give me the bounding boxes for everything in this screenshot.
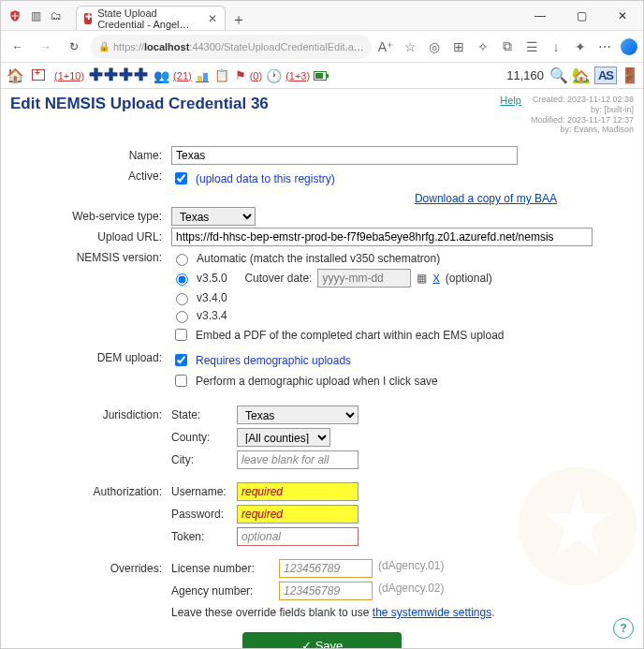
license-label: License number: [171, 559, 279, 575]
agency-input[interactable] [279, 582, 373, 600]
url-field[interactable]: 🔒 https://localhost:44300/StateUploadCre… [91, 35, 372, 59]
label-active: Active: [12, 167, 171, 183]
tracking-icon[interactable]: ◎ [426, 38, 443, 55]
favorite-icon[interactable]: ☆ [402, 38, 418, 55]
plus-icon[interactable]: ✚ [133, 68, 148, 83]
home-tool[interactable]: 🏠 [5, 63, 26, 88]
label-nemsis-version: NEMSIS version: [12, 248, 171, 264]
save-label: Save [315, 639, 344, 648]
page-title: Edit NEMSIS Upload Credential 36 [10, 95, 269, 113]
demo-on-save-label: Perform a demographic upload when I clic… [196, 375, 438, 388]
ver-334-label: v3.3.4 [197, 309, 227, 322]
people-tool[interactable]: 👥 [152, 63, 171, 88]
cutover-date-input[interactable] [317, 269, 411, 288]
close-tab-icon[interactable]: ✕ [208, 12, 217, 25]
flag-tool[interactable]: ⚑ [233, 63, 248, 88]
name-input[interactable] [171, 146, 518, 165]
save-button[interactable]: ✓ Save [242, 632, 402, 648]
meta-modified: Modified: 2023-11-17 12:37 [531, 115, 634, 125]
demo-on-save-checkbox[interactable] [175, 375, 187, 387]
ambulance-tool[interactable] [28, 63, 52, 88]
reader-icon[interactable]: A⁺ [377, 38, 394, 55]
people-badge[interactable]: (21) [173, 70, 192, 81]
puzzle-icon[interactable]: ✦ [572, 38, 589, 55]
help-link[interactable]: Help [500, 95, 521, 106]
active-checkbox[interactable] [175, 172, 187, 184]
city-input[interactable] [237, 450, 359, 469]
as-badge[interactable]: AS [594, 66, 617, 84]
add-buttons: ✚ ✚ ✚ ✚ [86, 63, 150, 88]
active-note: (upload data to this registry) [196, 172, 335, 185]
exit-icon[interactable]: 🚪 [621, 66, 639, 84]
embed-pdf-checkbox[interactable] [175, 329, 187, 341]
copilot-icon[interactable] [621, 38, 637, 55]
token-input[interactable] [237, 527, 359, 546]
username-input[interactable] [237, 482, 359, 501]
clipboard-tool[interactable]: 📋 [212, 63, 231, 88]
ver-350-radio[interactable] [176, 273, 188, 286]
meta-created: Created: 2023-11-12 02:38 [531, 95, 634, 105]
extensions-icon[interactable]: ⊞ [450, 38, 467, 55]
sidebar-icon[interactable]: ☰ [523, 38, 540, 55]
ver-auto-radio[interactable] [176, 254, 188, 266]
override-note-pre: Leave these override fields blank to use [171, 606, 373, 619]
systemwide-settings-link[interactable]: the systemwide settings [373, 606, 491, 619]
shield-icon [8, 9, 22, 22]
calendar-icon[interactable]: ▦ [417, 272, 427, 285]
label-authorization: Authorization: [12, 482, 171, 498]
plus-icon[interactable]: ✚ [103, 68, 118, 83]
upload-url-input[interactable] [171, 228, 593, 246]
meta-modified-by: by: Evans, Madison [531, 125, 634, 135]
record-count: 11,160 [506, 68, 544, 82]
tab-actions-icon[interactable]: 🗂 [50, 9, 63, 22]
chart-tool[interactable] [194, 63, 211, 88]
req-demo-checkbox[interactable] [175, 354, 187, 366]
label-jurisdiction: Jurisdiction: [12, 406, 171, 421]
check-icon: ✓ [301, 639, 312, 648]
home-nav-icon[interactable]: 🏡 [572, 66, 591, 84]
ver-340-radio[interactable] [176, 293, 188, 305]
tab-strip: State Upload Credential - Angel… ✕ ＋ [70, 1, 520, 30]
state-select[interactable]: Texas [237, 406, 359, 424]
close-window-button[interactable]: ✕ [602, 1, 643, 31]
back-button[interactable]: ← [7, 36, 29, 58]
ver-334-radio[interactable] [176, 311, 188, 323]
clock-badge[interactable]: (1+3) [285, 70, 310, 81]
forward-button[interactable]: → [35, 36, 57, 58]
username-label: Username: [171, 482, 237, 498]
cutover-clear[interactable]: X [432, 273, 439, 284]
plus-icon[interactable]: ✚ [88, 68, 103, 83]
clock-tool[interactable]: 🕐 [264, 63, 284, 88]
page-header: Edit NEMSIS Upload Credential 36 Help Cr… [1, 89, 643, 137]
workspaces-icon[interactable]: ▥ [29, 9, 42, 22]
baa-link[interactable]: Download a copy of my BAA [415, 192, 557, 205]
more-icon[interactable]: ⋯ [596, 38, 613, 55]
flag-badge[interactable]: (0) [250, 70, 262, 81]
ver-350-label: v3.5.0 [197, 272, 227, 285]
help-bubble[interactable]: ? [613, 618, 634, 639]
county-label: County: [171, 428, 237, 444]
wstype-select[interactable]: Texas [171, 207, 256, 226]
browser-tab[interactable]: State Upload Credential - Angel… ✕ [76, 6, 226, 30]
new-tab-button[interactable]: ＋ [231, 10, 246, 30]
downloads-icon[interactable]: ↓ [548, 38, 564, 55]
maximize-button[interactable]: ▢ [561, 1, 602, 31]
favicon [84, 13, 92, 24]
license-input[interactable] [279, 559, 373, 578]
dagency01-hint: (dAgency.01) [378, 559, 444, 572]
battery-tool[interactable] [312, 63, 329, 88]
split-icon[interactable]: ⧉ [499, 38, 516, 55]
minimize-button[interactable]: ― [520, 1, 561, 31]
search-icon[interactable]: 🔍 [549, 66, 568, 84]
form-content: Name: Active: (upload data to this regis… [1, 137, 643, 648]
password-input[interactable] [237, 505, 359, 524]
agency-label: Agency number: [171, 582, 279, 597]
ver-340-label: v3.4.0 [197, 291, 227, 304]
incidents-badge[interactable]: (1+10) [54, 70, 84, 81]
app-toolbar: 🏠 (1+10) ✚ ✚ ✚ ✚ 👥 (21) 📋 ⚑ (0) 🕐 (1+3) … [1, 63, 643, 89]
refresh-button[interactable]: ↻ [63, 36, 85, 58]
plus-icon[interactable]: ✚ [118, 68, 133, 83]
ver-auto-label: Automatic (match the installed v350 sche… [197, 252, 440, 265]
county-select[interactable]: [All counties] [237, 428, 330, 447]
collections-icon[interactable]: ✧ [475, 38, 491, 55]
